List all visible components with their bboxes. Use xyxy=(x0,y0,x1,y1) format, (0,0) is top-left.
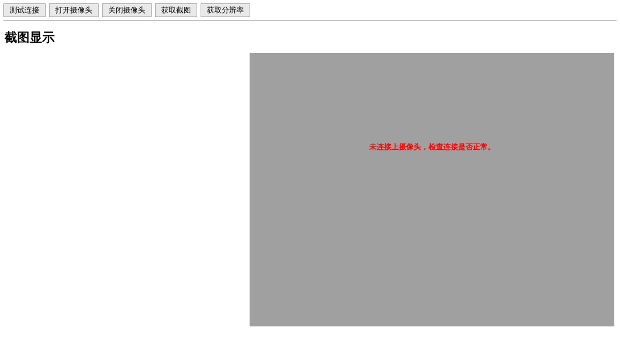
test-connection-button[interactable]: 测试连接 xyxy=(3,3,46,17)
camera-panel: 未连接上摄像头，检查连接是否正常。 xyxy=(250,53,614,326)
toolbar: 测试连接 打开摄像头 关闭摄像头 获取截图 获取分辨率 xyxy=(3,3,617,21)
camera-error-text: 未连接上摄像头，检查连接是否正常。 xyxy=(369,142,495,152)
close-camera-button[interactable]: 关闭摄像头 xyxy=(102,3,152,17)
open-camera-button[interactable]: 打开摄像头 xyxy=(49,3,99,17)
get-resolution-button[interactable]: 获取分辨率 xyxy=(201,3,250,17)
section-title: 截图显示 xyxy=(5,29,617,46)
content-area: 未连接上摄像头，检查连接是否正常。 xyxy=(3,53,617,326)
divider xyxy=(3,21,617,21)
screenshot-area xyxy=(3,53,250,326)
get-screenshot-button[interactable]: 获取截图 xyxy=(155,3,197,17)
